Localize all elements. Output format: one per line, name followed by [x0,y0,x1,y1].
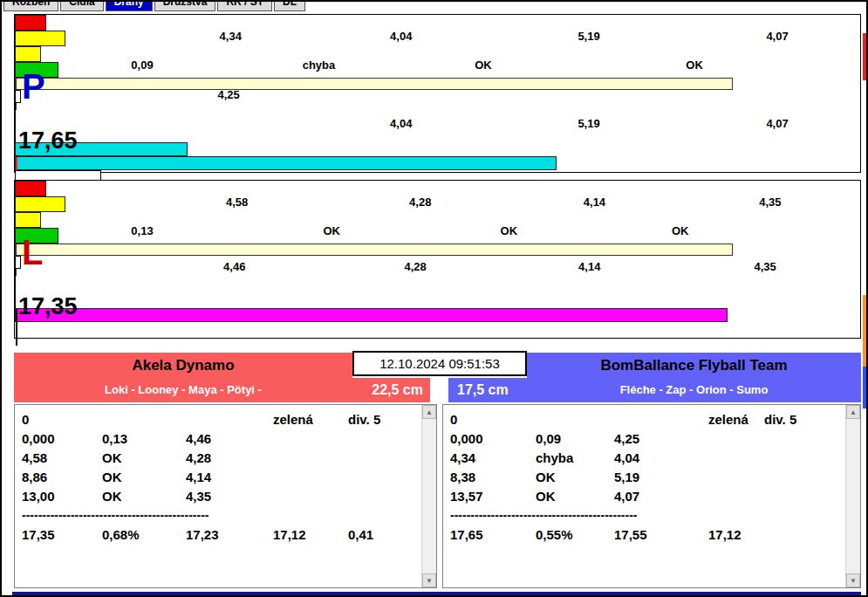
run-divider [16,321,17,333]
result-cell: 17,12 [708,527,742,543]
result-cell: div. 5 [348,412,380,428]
result-cell: 4,34 [450,450,475,466]
start-light-yellow1 [15,31,65,46]
marker-tick [15,269,16,282]
tab-dr-hy[interactable]: Dráhy [106,2,153,11]
team-right-jump-height: 17,5 cm [457,378,509,402]
run-bar [15,156,557,170]
team-left-subheader: Loki - Looney - Maya - Pötyi - 22,5 cm [14,378,430,402]
result-cell: zelená [708,412,748,428]
split-time-label: 4,07 [751,30,803,43]
split-divider [16,244,17,255]
tab-idla[interactable]: Čidla [60,2,103,11]
result-cell: 4,25 [614,431,639,447]
result-cell: 0,13 [102,431,127,447]
split-time-label: 5,19 [563,30,615,43]
pass-status-label: OK [654,224,707,237]
split-scale-bar [15,78,733,90]
result-cell: chyba [536,450,573,466]
tab-dl[interactable]: DL [274,2,305,11]
result-cell: 4,04 [614,450,639,466]
result-cell: 4,14 [186,470,211,485]
result-cell: OK [102,450,122,466]
result-cell: OK [102,489,122,504]
run-divider [16,309,17,321]
result-cell: 0,68% [102,527,140,543]
result-cell: OK [102,470,122,485]
lane-total-time: 17,35 [18,295,78,319]
scroll-up-icon[interactable]: ▲ [422,405,436,419]
team-left-jump-height: 22,5 cm [372,378,423,402]
team-right-subheader: 17,5 cm Fléche - Zap - Orion - Sumo [448,378,861,402]
lane-total-time: 17,65 [18,129,78,153]
run-divider [16,333,17,346]
result-cell: 17,55 [614,527,647,543]
run-time-label: 4,07 [751,117,803,130]
background-artifact-blue [863,367,868,408]
bottom-navy-bar [12,592,861,597]
start-light-red [15,181,46,196]
split-time-label: 4,34 [204,30,256,43]
result-cell: 0,41 [348,527,373,543]
result-cell: 0,55% [536,527,573,543]
result-cell: OK [536,470,556,485]
run-time-label: 4,46 [208,260,261,273]
start-marker-box [15,256,21,269]
background-artifact-red [863,33,868,80]
tab-rr-st[interactable]: RR / ST [217,2,272,11]
result-divider-dashes: ----------------------------------------… [450,508,637,522]
start-light-yellow2 [15,46,41,62]
result-cell: 5,19 [614,470,639,485]
team-left-name: Akela Dynamo [132,357,234,374]
lane-panel-P: 4,344,045,194,070,09chybaOKOKP4,254,045,… [14,14,861,173]
result-cell: 17,65 [450,527,483,543]
result-cell: 0,09 [536,431,561,447]
result-cell: 4,07 [614,489,639,504]
result-divider-dashes: ----------------------------------------… [22,508,208,522]
scroll-down-icon[interactable]: ▼ [846,573,860,587]
vertical-scrollbar[interactable]: ▲▼ [845,405,860,587]
marker-tick [15,295,16,308]
result-cell: 8,86 [22,470,47,485]
result-cell: 4,35 [186,489,211,504]
vertical-scrollbar[interactable]: ▲▼ [421,405,436,587]
marker-tick [15,282,16,295]
result-cell: 0,000 [450,431,483,447]
result-cell: 17,23 [186,527,219,543]
start-light-yellow1 [15,196,65,212]
result-cell: 8,38 [450,470,475,485]
team-right-dogs: Fléche - Zap - Orion - Sumo [527,378,861,402]
split-time-label: 4,28 [394,196,447,209]
run-time-label: 4,35 [739,260,791,273]
result-cell: 13,00 [22,489,55,504]
start-marker-box [15,90,21,103]
team-right-header: BomBallance Flyball Team [527,353,861,378]
pass-status-label: OK [457,58,509,72]
tab-rozb-h[interactable]: Rozběh [3,2,58,11]
results-right-panel: 0zelenádiv. 50,0000,094,254,34chyba4,048… [442,404,861,588]
scroll-up-icon[interactable]: ▲ [846,405,860,419]
scroll-down-icon[interactable]: ▼ [422,573,436,587]
tab-dru-stva[interactable]: Družstva [154,2,216,11]
result-cell: 0 [22,412,29,428]
team-right-name: BomBallance Flyball Team [600,357,787,374]
result-cell: 0 [450,412,457,428]
lane-letter: P [22,69,45,104]
flyball-timer-window: RozběhČidlaDráhyDružstvaRR / STDL Akela … [0,0,868,597]
run-time-label: 5,19 [563,117,615,130]
pass-status-label: chyba [292,58,345,72]
lane-panel-L: 4,584,284,144,350,13OKOKOKL4,464,284,144… [14,180,861,339]
result-cell: 4,46 [186,431,211,447]
start-light-red [15,15,46,31]
pass-status-label: OK [305,224,358,237]
marker-tick [15,103,16,116]
start-time-label: 0,09 [116,58,168,72]
result-cell: OK [536,489,556,504]
result-cell: 4,58 [22,450,47,466]
split-scale-bar [15,244,733,256]
result-cell: 17,12 [273,527,306,543]
run-time-label: 4,14 [564,260,616,273]
result-cell: div. 5 [764,412,796,428]
result-cell: zelená [273,412,313,428]
lane-letter: L [22,235,43,270]
